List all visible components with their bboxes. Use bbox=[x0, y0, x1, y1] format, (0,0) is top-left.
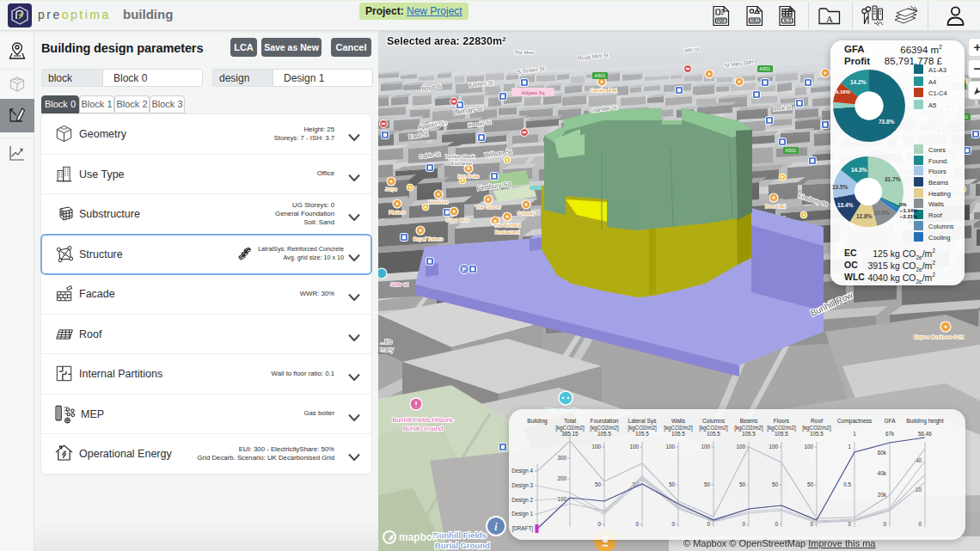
svg-text:105.5: 105.5 bbox=[810, 431, 824, 437]
svg-text:Hotel Inn: Hotel Inn bbox=[428, 199, 448, 205]
svg-text:100: 100 bbox=[804, 444, 813, 450]
svg-text:Design 1: Design 1 bbox=[511, 511, 533, 517]
svg-text:105.5: 105.5 bbox=[775, 431, 788, 437]
svg-text:Burial Ground: Burial Ground bbox=[435, 541, 490, 550]
svg-text:105.5: 105.5 bbox=[635, 431, 649, 437]
svg-text:A: A bbox=[826, 14, 833, 24]
svg-text:56.46: 56.46 bbox=[918, 431, 932, 437]
svg-text:105.5: 105.5 bbox=[742, 431, 756, 437]
svg-text:Walls: Walls bbox=[671, 418, 686, 424]
svg-text:Jurys: Jurys bbox=[385, 187, 397, 192]
svg-text:100: 100 bbox=[665, 444, 675, 450]
svg-text:385.15: 385.15 bbox=[561, 431, 579, 437]
svg-text:Burial Ground: Burial Ground bbox=[403, 425, 443, 432]
svg-text:Total: Total bbox=[564, 418, 576, 424]
svg-text:...lills: ...lills bbox=[380, 339, 393, 345]
svg-text:XLS: XLS bbox=[783, 19, 791, 23]
svg-text:0: 0 bbox=[635, 521, 639, 527]
svg-text:Iron Duke: Iron Duke bbox=[457, 174, 479, 179]
svg-text:20k: 20k bbox=[878, 492, 887, 498]
svg-text:[DRAFT]: [DRAFT] bbox=[512, 525, 534, 532]
svg-text:Compactness: Compactness bbox=[837, 418, 873, 425]
svg-text:Design 2: Design 2 bbox=[511, 497, 533, 504]
svg-text:0: 0 bbox=[742, 521, 745, 527]
svg-text:A501: A501 bbox=[786, 148, 797, 153]
svg-text:1: 1 bbox=[853, 431, 856, 437]
svg-text:67k: 67k bbox=[885, 431, 895, 437]
svg-text:Beer Hall: Beer Hall bbox=[765, 204, 786, 209]
svg-text:PDF: PDF bbox=[717, 19, 725, 23]
svg-text:50: 50 bbox=[739, 481, 746, 487]
svg-text:0: 0 bbox=[671, 521, 675, 527]
svg-text:50: 50 bbox=[595, 481, 602, 487]
svg-text:Beams: Beams bbox=[740, 418, 758, 424]
svg-text:P: P bbox=[462, 266, 467, 272]
svg-text:50: 50 bbox=[704, 481, 711, 487]
svg-text:The Richard: The Richard bbox=[493, 223, 521, 228]
svg-text:0: 0 bbox=[848, 521, 851, 527]
svg-text:0: 0 bbox=[918, 521, 922, 527]
svg-text:mapbox: mapbox bbox=[399, 531, 438, 543]
svg-text:Foundation: Foundation bbox=[591, 418, 619, 424]
svg-text:50: 50 bbox=[772, 481, 779, 487]
svg-text:Royal Towers: Royal Towers bbox=[413, 236, 444, 242]
svg-text:Crypt Club: Crypt Club bbox=[445, 217, 469, 223]
svg-text:A501: A501 bbox=[760, 66, 771, 71]
svg-text:40k: 40k bbox=[878, 470, 887, 476]
svg-text:Design 3: Design 3 bbox=[511, 482, 533, 489]
svg-text:London Stock: London Stock bbox=[445, 154, 475, 159]
svg-text:0.5: 0.5 bbox=[843, 481, 851, 487]
svg-text:0: 0 bbox=[775, 521, 778, 527]
svg-text:A501: A501 bbox=[595, 73, 606, 78]
svg-text:Roof: Roof bbox=[811, 418, 823, 424]
svg-text:200: 200 bbox=[557, 475, 567, 481]
svg-text:105.5: 105.5 bbox=[671, 431, 685, 437]
svg-text:The Grocer: The Grocer bbox=[475, 205, 500, 210]
svg-text:Design 4: Design 4 bbox=[511, 468, 533, 474]
svg-text:Aldgate Sq: Aldgate Sq bbox=[522, 90, 545, 95]
svg-text:Subway: Subway bbox=[518, 211, 536, 216]
svg-text:Exchange: Exchange bbox=[451, 161, 472, 166]
svg-text:100: 100 bbox=[701, 444, 710, 450]
svg-text:100: 100 bbox=[591, 444, 601, 450]
svg-text:100: 100 bbox=[736, 444, 745, 450]
svg-text:Building: Building bbox=[527, 418, 548, 425]
svg-text:105.5: 105.5 bbox=[707, 431, 720, 437]
svg-text:OBJ: OBJ bbox=[750, 19, 759, 23]
svg-text:many: many bbox=[380, 346, 395, 353]
svg-text:50: 50 bbox=[807, 481, 814, 487]
svg-text:60k: 60k bbox=[878, 450, 887, 456]
svg-text:100: 100 bbox=[769, 444, 778, 450]
svg-text:0: 0 bbox=[707, 521, 710, 527]
svg-text:1: 1 bbox=[848, 444, 851, 450]
svg-text:Restaurant: Restaurant bbox=[495, 230, 520, 235]
svg-text:Platters: Platters bbox=[389, 210, 406, 215]
svg-text:SkBr dd: SkBr dd bbox=[390, 282, 408, 287]
svg-text:Floors: Floors bbox=[774, 418, 790, 424]
svg-text:Building height: Building height bbox=[906, 418, 943, 425]
svg-text:300: 300 bbox=[557, 455, 567, 461]
svg-text:105.5: 105.5 bbox=[597, 431, 611, 437]
svg-text:100: 100 bbox=[629, 444, 639, 450]
svg-text:0: 0 bbox=[597, 521, 601, 527]
svg-text:50: 50 bbox=[669, 481, 676, 487]
svg-text:Columns: Columns bbox=[702, 418, 726, 424]
svg-text:Selected area: 22830m2: Selected area: 22830m2 bbox=[387, 35, 506, 47]
svg-text:The Mew: The Mew bbox=[515, 50, 535, 55]
svg-text:Garden Hall: Garden Hall bbox=[591, 88, 617, 93]
svg-text:Expres Business Schl: Expres Business Schl bbox=[914, 334, 964, 340]
svg-text:Lateral Sys: Lateral Sys bbox=[628, 418, 658, 425]
svg-text:GFA: GFA bbox=[884, 418, 896, 424]
svg-text:Bunhill Fields Historic: Bunhill Fields Historic bbox=[392, 416, 454, 424]
svg-text:0: 0 bbox=[883, 521, 886, 527]
svg-text:Bunhill Fields: Bunhill Fields bbox=[433, 530, 487, 540]
